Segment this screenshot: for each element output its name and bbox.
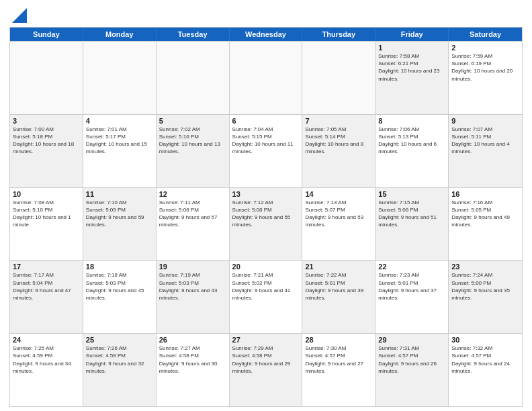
- cell-info: Sunrise: 7:21 AM Sunset: 5:02 PM Dayligh…: [232, 271, 300, 302]
- calendar-row-1: 3Sunrise: 7:00 AM Sunset: 5:18 PM Daylig…: [10, 114, 522, 187]
- cell-info: Sunrise: 7:23 AM Sunset: 5:01 PM Dayligh…: [378, 271, 445, 302]
- day-header-thursday: Thursday: [302, 28, 375, 41]
- calendar-cell: 10Sunrise: 7:08 AM Sunset: 5:10 PM Dayli…: [10, 188, 83, 261]
- cell-info: Sunrise: 7:00 AM Sunset: 5:18 PM Dayligh…: [13, 126, 80, 156]
- day-number: 7: [305, 117, 372, 125]
- calendar-body: 1Sunrise: 7:58 AM Sunset: 6:21 PM Daylig…: [10, 41, 522, 406]
- day-number: 14: [305, 190, 372, 198]
- day-header-wednesday: Wednesday: [230, 28, 303, 41]
- day-number: 10: [13, 190, 80, 198]
- calendar-cell: 1Sunrise: 7:58 AM Sunset: 6:21 PM Daylig…: [375, 42, 449, 114]
- day-number: 15: [378, 190, 445, 198]
- day-number: 19: [159, 263, 226, 271]
- calendar-cell: 16Sunrise: 7:16 AM Sunset: 5:05 PM Dayli…: [449, 188, 522, 261]
- day-number: 18: [86, 263, 153, 271]
- day-number: 21: [305, 263, 372, 271]
- day-number: 3: [13, 117, 80, 125]
- logo-icon: [12, 4, 27, 23]
- day-header-friday: Friday: [375, 28, 449, 41]
- calendar-cell: 18Sunrise: 7:18 AM Sunset: 5:03 PM Dayli…: [83, 261, 157, 333]
- cell-info: Sunrise: 7:05 AM Sunset: 5:14 PM Dayligh…: [305, 126, 372, 156]
- cell-info: Sunrise: 7:18 AM Sunset: 5:03 PM Dayligh…: [86, 271, 153, 302]
- day-number: 2: [451, 44, 519, 52]
- cell-info: Sunrise: 7:04 AM Sunset: 5:15 PM Dayligh…: [232, 126, 300, 156]
- calendar-cell: 7Sunrise: 7:05 AM Sunset: 5:14 PM Daylig…: [302, 115, 375, 187]
- cell-info: Sunrise: 7:10 AM Sunset: 5:09 PM Dayligh…: [86, 199, 153, 229]
- calendar-cell: 13Sunrise: 7:12 AM Sunset: 5:08 PM Dayli…: [230, 188, 303, 261]
- calendar-cell: 9Sunrise: 7:07 AM Sunset: 5:11 PM Daylig…: [449, 115, 522, 187]
- calendar-cell: [302, 42, 375, 114]
- calendar-cell: 25Sunrise: 7:26 AM Sunset: 4:59 PM Dayli…: [83, 334, 157, 406]
- calendar-cell: 5Sunrise: 7:02 AM Sunset: 5:16 PM Daylig…: [157, 115, 230, 187]
- cell-info: Sunrise: 7:58 AM Sunset: 6:21 PM Dayligh…: [378, 52, 445, 83]
- day-number: 6: [232, 117, 300, 125]
- logo: [9, 7, 27, 23]
- day-number: 26: [159, 336, 226, 344]
- day-header-saturday: Saturday: [449, 28, 522, 41]
- calendar-cell: 24Sunrise: 7:25 AM Sunset: 4:59 PM Dayli…: [10, 334, 83, 406]
- day-number: 25: [86, 336, 153, 344]
- day-number: 13: [232, 190, 300, 198]
- day-header-tuesday: Tuesday: [157, 28, 230, 41]
- cell-info: Sunrise: 7:29 AM Sunset: 4:58 PM Dayligh…: [232, 345, 300, 375]
- calendar-cell: 14Sunrise: 7:13 AM Sunset: 5:07 PM Dayli…: [302, 188, 375, 261]
- day-number: 1: [378, 44, 445, 52]
- day-number: 16: [451, 190, 519, 198]
- calendar-cell: 3Sunrise: 7:00 AM Sunset: 5:18 PM Daylig…: [10, 115, 83, 187]
- calendar-cell: 22Sunrise: 7:23 AM Sunset: 5:01 PM Dayli…: [375, 261, 449, 333]
- day-header-monday: Monday: [83, 28, 157, 41]
- calendar-cell: 4Sunrise: 7:01 AM Sunset: 5:17 PM Daylig…: [83, 115, 157, 187]
- calendar-cell: [10, 42, 83, 114]
- day-number: 30: [451, 336, 519, 344]
- calendar-cell: 29Sunrise: 7:31 AM Sunset: 4:57 PM Dayli…: [375, 334, 449, 406]
- cell-info: Sunrise: 7:08 AM Sunset: 5:10 PM Dayligh…: [13, 199, 80, 229]
- day-number: 27: [232, 336, 300, 344]
- cell-info: Sunrise: 7:01 AM Sunset: 5:17 PM Dayligh…: [86, 126, 153, 156]
- cell-info: Sunrise: 7:15 AM Sunset: 5:06 PM Dayligh…: [378, 199, 445, 229]
- day-number: 5: [159, 117, 226, 125]
- cell-info: Sunrise: 7:13 AM Sunset: 5:07 PM Dayligh…: [305, 199, 372, 229]
- calendar-cell: 2Sunrise: 7:59 AM Sunset: 6:19 PM Daylig…: [449, 42, 522, 114]
- day-number: 28: [305, 336, 372, 344]
- cell-info: Sunrise: 7:31 AM Sunset: 4:57 PM Dayligh…: [378, 345, 445, 375]
- calendar-cell: 17Sunrise: 7:17 AM Sunset: 5:04 PM Dayli…: [10, 261, 83, 333]
- calendar-row-2: 10Sunrise: 7:08 AM Sunset: 5:10 PM Dayli…: [10, 187, 522, 261]
- cell-info: Sunrise: 7:59 AM Sunset: 6:19 PM Dayligh…: [451, 52, 519, 83]
- header: [9, 7, 523, 23]
- day-number: 22: [378, 263, 445, 271]
- svg-marker-0: [12, 8, 27, 23]
- calendar-cell: 30Sunrise: 7:32 AM Sunset: 4:57 PM Dayli…: [449, 334, 522, 406]
- cell-info: Sunrise: 7:07 AM Sunset: 5:11 PM Dayligh…: [451, 126, 519, 156]
- calendar-cell: [157, 42, 230, 114]
- cell-info: Sunrise: 7:24 AM Sunset: 5:00 PM Dayligh…: [451, 271, 519, 302]
- calendar-row-4: 24Sunrise: 7:25 AM Sunset: 4:59 PM Dayli…: [10, 333, 522, 406]
- calendar-cell: 11Sunrise: 7:10 AM Sunset: 5:09 PM Dayli…: [83, 188, 157, 261]
- day-number: 8: [378, 117, 445, 125]
- cell-info: Sunrise: 7:17 AM Sunset: 5:04 PM Dayligh…: [13, 271, 80, 302]
- calendar-cell: 23Sunrise: 7:24 AM Sunset: 5:00 PM Dayli…: [449, 261, 522, 333]
- calendar-row-0: 1Sunrise: 7:58 AM Sunset: 6:21 PM Daylig…: [10, 41, 522, 114]
- calendar-header: SundayMondayTuesdayWednesdayThursdayFrid…: [10, 28, 522, 41]
- cell-info: Sunrise: 7:27 AM Sunset: 4:58 PM Dayligh…: [159, 345, 226, 375]
- day-number: 12: [159, 190, 226, 198]
- calendar-row-3: 17Sunrise: 7:17 AM Sunset: 5:04 PM Dayli…: [10, 260, 522, 333]
- calendar: SundayMondayTuesdayWednesdayThursdayFrid…: [9, 27, 523, 407]
- day-header-sunday: Sunday: [10, 28, 83, 41]
- calendar-cell: 6Sunrise: 7:04 AM Sunset: 5:15 PM Daylig…: [230, 115, 303, 187]
- calendar-cell: 27Sunrise: 7:29 AM Sunset: 4:58 PM Dayli…: [230, 334, 303, 406]
- cell-info: Sunrise: 7:02 AM Sunset: 5:16 PM Dayligh…: [159, 126, 226, 156]
- calendar-cell: 19Sunrise: 7:19 AM Sunset: 5:03 PM Dayli…: [157, 261, 230, 333]
- day-number: 23: [451, 263, 519, 271]
- page: SundayMondayTuesdayWednesdayThursdayFrid…: [0, 0, 532, 411]
- calendar-cell: 28Sunrise: 7:30 AM Sunset: 4:57 PM Dayli…: [302, 334, 375, 406]
- calendar-cell: 15Sunrise: 7:15 AM Sunset: 5:06 PM Dayli…: [375, 188, 449, 261]
- cell-info: Sunrise: 7:22 AM Sunset: 5:01 PM Dayligh…: [305, 271, 372, 302]
- calendar-cell: 20Sunrise: 7:21 AM Sunset: 5:02 PM Dayli…: [230, 261, 303, 333]
- day-number: 4: [86, 117, 153, 125]
- calendar-cell: 12Sunrise: 7:11 AM Sunset: 5:08 PM Dayli…: [157, 188, 230, 261]
- cell-info: Sunrise: 7:32 AM Sunset: 4:57 PM Dayligh…: [451, 345, 519, 375]
- calendar-cell: 8Sunrise: 7:06 AM Sunset: 5:13 PM Daylig…: [375, 115, 449, 187]
- day-number: 20: [232, 263, 300, 271]
- day-number: 24: [13, 336, 80, 344]
- cell-info: Sunrise: 7:06 AM Sunset: 5:13 PM Dayligh…: [378, 126, 445, 156]
